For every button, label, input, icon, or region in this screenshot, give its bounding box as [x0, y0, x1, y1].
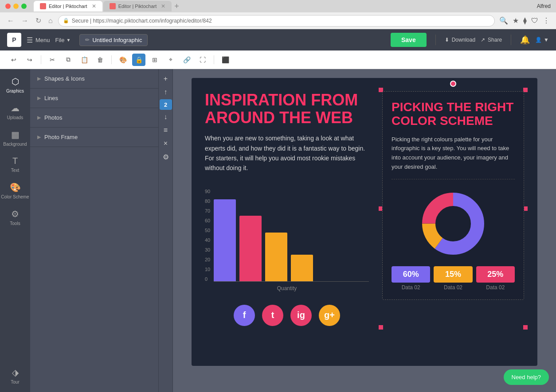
- shield-btn[interactable]: 🛡: [530, 16, 539, 26]
- sel-handle-br: [523, 325, 528, 330]
- refresh-button[interactable]: ↻: [34, 16, 43, 26]
- browser-tab-2[interactable]: Editor | Piktochart ✕: [103, 1, 172, 12]
- photo-frame-header[interactable]: ▶ Photo Frame: [30, 128, 158, 147]
- file-dropdown-arrow: ▼: [66, 38, 70, 43]
- color-picker-button[interactable]: 🎨: [116, 54, 129, 66]
- tools-icon: ⚙: [11, 209, 19, 219]
- menu-button[interactable]: ☰ Menu: [27, 36, 50, 44]
- align-button[interactable]: ⌖: [164, 54, 177, 66]
- delete-button[interactable]: 🗑: [94, 54, 107, 66]
- tab-favicon-1: [40, 3, 46, 9]
- sidebar-item-uploads[interactable]: ☁ Uploads: [0, 99, 30, 124]
- lines-header[interactable]: ▶ Lines: [30, 89, 158, 108]
- shapes-icons-header[interactable]: ▶ Shapes & Icons: [30, 69, 158, 88]
- infographic-right-body: Picking the right colours palette for yo…: [392, 135, 515, 179]
- y-label-30: 30: [205, 247, 210, 252]
- chart-label: Quantity: [205, 285, 369, 291]
- ct-divider-3: [214, 55, 214, 64]
- hamburger-icon: ☰: [27, 36, 33, 44]
- redo-button[interactable]: ↪: [23, 54, 36, 66]
- app-logo: P: [7, 33, 21, 47]
- infographic-right-card: PICKING THE RIGHT COLOR SCHEME Picking t…: [382, 91, 524, 300]
- donut-chart-container: [392, 188, 515, 259]
- more-options-button[interactable]: ⬛: [219, 54, 232, 66]
- move-block-up-button[interactable]: ↑: [160, 86, 172, 98]
- user-menu-button[interactable]: 👤 ▼: [535, 37, 549, 43]
- twitter-icon: t: [262, 305, 283, 326]
- browser-tabs: Editor | Piktochart ✕ Editor | Piktochar…: [34, 1, 179, 12]
- y-label-90: 90: [205, 189, 210, 194]
- photos-title: Photos: [44, 114, 62, 121]
- paste-button[interactable]: 📋: [78, 54, 91, 66]
- canvas-area[interactable]: + ↑ 2 ↓ ≡ × ⚙ ‹ INSPIRATION FROM AROUND …: [159, 69, 556, 392]
- forward-button[interactable]: →: [20, 16, 30, 26]
- help-button[interactable]: Need help?: [504, 369, 549, 385]
- download-button[interactable]: ⬇ Download: [445, 37, 475, 43]
- tab-close-2[interactable]: ✕: [161, 3, 165, 9]
- new-tab-button[interactable]: +: [174, 1, 179, 12]
- lines-title: Lines: [44, 95, 58, 101]
- home-button[interactable]: ⌂: [47, 16, 55, 26]
- infographic[interactable]: INSPIRATION FROM AROUND THE WEB When you…: [192, 78, 537, 366]
- file-button[interactable]: File ▼: [55, 37, 71, 43]
- address-bar[interactable]: 🔒 Secure | https://magic.piktochart.com/…: [58, 15, 495, 27]
- extensions-btn[interactable]: ⧫: [522, 16, 528, 26]
- close-traffic-light[interactable]: [5, 4, 11, 9]
- lock-button[interactable]: 🔒: [132, 54, 145, 66]
- data-label-2: Data 02: [434, 284, 472, 291]
- sidebar-item-graphics[interactable]: ⬡ Graphics: [0, 73, 30, 97]
- sidebar-item-color-scheme[interactable]: 🎨 Color Scheme: [0, 179, 30, 203]
- tab-close-1[interactable]: ✕: [92, 3, 96, 9]
- search-icon-btn[interactable]: 🔍: [498, 16, 509, 26]
- align-section-button[interactable]: ≡: [160, 124, 172, 136]
- page-counter: 2: [160, 99, 172, 110]
- sidebar-item-tools[interactable]: ⚙ Tools: [0, 205, 30, 230]
- tab-title-2: Editor | Piktochart: [118, 4, 157, 9]
- notification-button[interactable]: 🔔: [520, 35, 530, 45]
- sidebar-item-text[interactable]: T Text: [0, 152, 30, 177]
- toolbar-divider: [435, 35, 436, 45]
- traffic-lights: [5, 4, 27, 9]
- photo-frame-section: ▶ Photo Frame: [30, 128, 158, 147]
- browser-actions: 🔍 ★ ⧫ 🛡 ⋮: [498, 16, 551, 26]
- app-toolbar: P ☰ Menu File ▼ ✏ Untitled Infographic S…: [0, 29, 556, 50]
- browser-tab-1[interactable]: Editor | Piktochart ✕: [34, 1, 102, 12]
- data-pct-2: 15%: [434, 266, 472, 283]
- y-label-10: 10: [205, 267, 210, 272]
- photos-header[interactable]: ▶ Photos: [30, 108, 158, 127]
- cut-button[interactable]: ✂: [46, 54, 59, 66]
- bar-chart: 0 10 20 30 40 50 60 70 80: [205, 184, 369, 296]
- browser-user-name: Alfred: [537, 3, 551, 9]
- bookmark-btn[interactable]: ★: [512, 16, 520, 26]
- link-button[interactable]: 🔗: [180, 54, 193, 66]
- rotation-handle[interactable]: [450, 81, 456, 87]
- text-icon: T: [12, 156, 18, 166]
- maximize-traffic-light[interactable]: [21, 4, 27, 9]
- sidebar-item-tour[interactable]: ⬗ Tour: [0, 364, 30, 388]
- bar-1: [214, 199, 236, 281]
- move-block-down-button[interactable]: ↓: [160, 111, 172, 123]
- canvas-content: ‹ INSPIRATION FROM AROUND THE WEB When y…: [173, 69, 556, 392]
- address-text: Secure | https://magic.piktochart.com/in…: [72, 18, 212, 24]
- close-section-button[interactable]: ×: [160, 137, 172, 150]
- crop-button[interactable]: ⛶: [196, 54, 209, 66]
- back-button[interactable]: ←: [5, 16, 16, 26]
- svg-point-3: [436, 207, 470, 241]
- copy-button[interactable]: ⧉: [62, 54, 75, 66]
- pencil-icon: ✏: [85, 37, 90, 43]
- toolbar-divider-2: [511, 35, 511, 45]
- sidebar-item-background[interactable]: ▦ Background: [0, 126, 30, 151]
- add-block-button[interactable]: +: [160, 73, 172, 85]
- document-title[interactable]: ✏ Untitled Infographic: [79, 34, 148, 46]
- grid-button[interactable]: ⊞: [148, 54, 161, 66]
- section-settings-button[interactable]: ⚙: [160, 151, 172, 163]
- menu-btn[interactable]: ⋮: [542, 16, 551, 26]
- undo-button[interactable]: ↩: [7, 54, 20, 66]
- shapes-icons-section: ▶ Shapes & Icons: [30, 69, 158, 89]
- share-button[interactable]: ↗ Share: [481, 37, 502, 43]
- y-label-80: 80: [205, 198, 210, 204]
- save-button[interactable]: Save: [391, 33, 427, 47]
- infographic-right[interactable]: PICKING THE RIGHT COLOR SCHEME Picking t…: [382, 91, 524, 326]
- file-label: File: [55, 37, 65, 43]
- minimize-traffic-light[interactable]: [13, 4, 19, 9]
